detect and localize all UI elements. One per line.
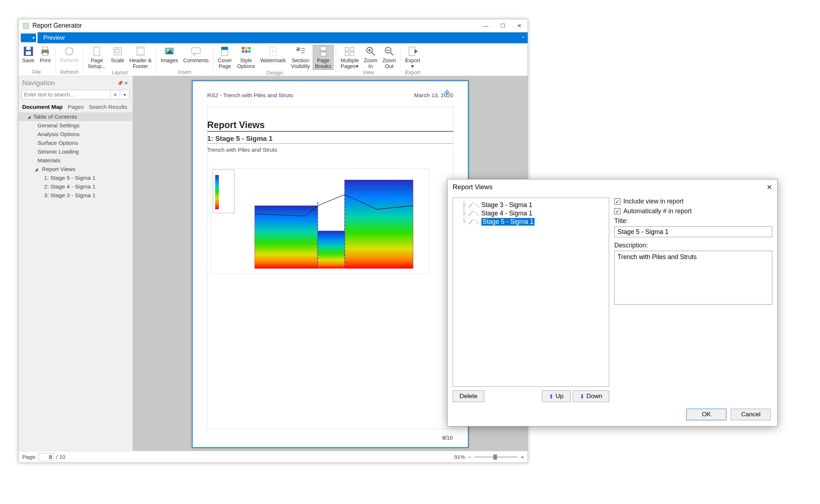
window-title: Report Generator bbox=[32, 22, 82, 29]
svg-rect-1 bbox=[26, 47, 31, 50]
views-list-item[interactable]: └／╲Stage 5 - Sigma 1 bbox=[455, 218, 607, 226]
save-button[interactable]: Save bbox=[20, 45, 36, 64]
docmap-view-item[interactable]: 2: Stage 4 - Sigma 1 bbox=[19, 182, 133, 191]
status-page-label: Page: bbox=[22, 454, 36, 460]
svg-rect-39 bbox=[350, 52, 354, 56]
tab-preview[interactable]: Preview bbox=[38, 32, 71, 43]
navigation-title: Navigation bbox=[22, 79, 117, 87]
svg-rect-10 bbox=[115, 49, 119, 53]
views-list-item[interactable]: ├／╲Stage 3 - Sigma 1 bbox=[455, 201, 607, 209]
nav-search-clear-icon[interactable]: ✕ bbox=[111, 90, 120, 99]
views-list[interactable]: ├／╲Stage 3 - Sigma 1 ├／╲Stage 4 - Sigma … bbox=[453, 198, 609, 387]
page-breaks-button[interactable]: Page Breaks bbox=[313, 45, 334, 70]
page-title: Report Views bbox=[207, 120, 453, 130]
page-description: Trench with Piles and Struts bbox=[207, 147, 453, 153]
nav-tab-document-map[interactable]: Document Map bbox=[22, 104, 63, 110]
status-page-input[interactable] bbox=[39, 453, 54, 461]
description-label: Description: bbox=[614, 242, 772, 249]
views-list-item[interactable]: ├／╲Stage 4 - Sigma 1 bbox=[455, 209, 607, 218]
close-button[interactable]: ✕ bbox=[511, 19, 528, 32]
description-input[interactable] bbox=[614, 251, 772, 305]
menubar: ▾ Preview ^ bbox=[19, 32, 528, 43]
docmap-item[interactable]: Surface Options bbox=[19, 139, 133, 147]
print-button[interactable]: Print bbox=[37, 45, 53, 64]
nav-tab-pages[interactable]: Pages bbox=[68, 104, 84, 110]
svg-rect-38 bbox=[345, 52, 349, 56]
svg-rect-2 bbox=[26, 51, 31, 55]
up-button[interactable]: ⬆Up bbox=[542, 390, 571, 402]
nav-tab-search-results[interactable]: Search Results bbox=[89, 104, 127, 110]
navigation-panel: Navigation 📌 ✕ ✕ ▾ Document Map Pages Se… bbox=[19, 76, 133, 451]
nav-search-input[interactable] bbox=[21, 90, 111, 99]
page: RS2 - Trench with Piles and Struts March… bbox=[192, 80, 469, 448]
zoom-slider[interactable] bbox=[474, 456, 518, 458]
nav-search-options-icon[interactable]: ▾ bbox=[120, 90, 130, 99]
minimize-button[interactable]: — bbox=[477, 19, 494, 32]
ribbon-group-insert: Insert bbox=[178, 69, 191, 76]
docmap-item[interactable]: Seismic Loading bbox=[19, 147, 133, 156]
title-input[interactable] bbox=[614, 226, 772, 237]
scale-button[interactable]: Scale bbox=[109, 45, 126, 70]
docmap-report-views[interactable]: ◢Report Views bbox=[19, 165, 133, 174]
header-footer-button[interactable]: Header & Footer bbox=[127, 45, 154, 70]
svg-point-6 bbox=[66, 48, 73, 55]
svg-rect-51 bbox=[318, 231, 345, 269]
page-subtitle: 1: Stage 5 - Sigma 1 bbox=[207, 135, 453, 144]
ribbon-strip bbox=[71, 32, 519, 43]
collapse-ribbon-button[interactable]: ^ bbox=[519, 32, 528, 43]
contour-plot bbox=[211, 168, 429, 274]
images-button[interactable]: Images bbox=[158, 45, 180, 64]
zoom-in-button[interactable]: Zoom In bbox=[362, 45, 379, 70]
status-bar: Page: / 10 91% − + bbox=[19, 451, 528, 463]
delete-button[interactable]: Delete bbox=[453, 390, 484, 402]
page-title-rule bbox=[207, 131, 453, 132]
watermark-button[interactable]: AWatermark bbox=[258, 45, 288, 70]
svg-rect-36 bbox=[345, 47, 349, 51]
section-visibility-button[interactable]: Section Visibility bbox=[289, 45, 312, 70]
svg-rect-26 bbox=[248, 50, 251, 53]
page-setup-button[interactable]: Page Setup... bbox=[86, 45, 108, 70]
svg-rect-34 bbox=[320, 52, 326, 56]
svg-point-15 bbox=[167, 49, 169, 51]
dialog-close-icon[interactable]: ✕ bbox=[766, 183, 772, 191]
svg-rect-25 bbox=[245, 50, 248, 53]
page-header-left: RS2 - Trench with Piles and Struts bbox=[207, 92, 293, 99]
report-views-dialog: Report Views ✕ ├／╲Stage 3 - Sigma 1 ├／╲S… bbox=[447, 179, 778, 426]
pulse-icon: ／╲ bbox=[468, 210, 479, 217]
pin-icon[interactable]: 📌 bbox=[117, 80, 123, 86]
export-button[interactable]: Export ▾ bbox=[403, 45, 422, 70]
zoom-minus-icon[interactable]: − bbox=[468, 454, 471, 460]
ok-button[interactable]: OK bbox=[686, 409, 726, 420]
autonum-checkbox[interactable]: ✓Automatically # in report bbox=[614, 207, 772, 215]
comments-button[interactable]: Comments bbox=[181, 45, 211, 64]
nav-close-icon[interactable]: ✕ bbox=[123, 80, 129, 86]
zoom-plus-icon[interactable]: + bbox=[521, 454, 524, 460]
cancel-button[interactable]: Cancel bbox=[731, 409, 771, 420]
cover-page-button[interactable]: Cover Page bbox=[216, 45, 234, 70]
svg-rect-5 bbox=[43, 53, 48, 56]
maximize-button[interactable]: ☐ bbox=[494, 19, 511, 32]
include-checkbox[interactable]: ✓Include view in report bbox=[614, 198, 772, 205]
svg-rect-33 bbox=[320, 47, 326, 51]
title-label: Title: bbox=[614, 217, 772, 225]
down-button[interactable]: ⬇Down bbox=[573, 390, 609, 402]
multiple-pages-button[interactable]: Multiple Pages▾ bbox=[338, 45, 361, 70]
docmap-item[interactable]: Materials bbox=[19, 156, 133, 165]
svg-rect-23 bbox=[248, 47, 251, 49]
titlebar: Report Generator — ☐ ✕ bbox=[19, 19, 528, 32]
docmap-toc[interactable]: ◢Table of Contents bbox=[19, 112, 133, 121]
zoom-out-button[interactable]: Zoom Out bbox=[380, 45, 398, 70]
refresh-button[interactable]: Refresh bbox=[58, 45, 81, 64]
docmap-item[interactable]: Analysis Options bbox=[19, 130, 133, 139]
svg-rect-22 bbox=[245, 47, 248, 49]
status-page-total: / 10 bbox=[56, 454, 65, 460]
ribbon-group-export: Export bbox=[405, 70, 420, 76]
dialog-title: Report Views bbox=[453, 183, 493, 191]
docmap-item[interactable]: General Settings bbox=[19, 121, 133, 130]
style-options-button[interactable]: Style Options bbox=[235, 45, 257, 70]
docmap-view-item[interactable]: 1: Stage 5 - Sigma 1 bbox=[19, 174, 133, 182]
file-menu-button[interactable]: ▾ bbox=[21, 33, 36, 42]
svg-marker-18 bbox=[194, 53, 196, 56]
docmap-view-item[interactable]: 3: Stage 3 - Sigma 1 bbox=[19, 191, 133, 200]
cursor-icon: ✢ bbox=[444, 88, 450, 96]
